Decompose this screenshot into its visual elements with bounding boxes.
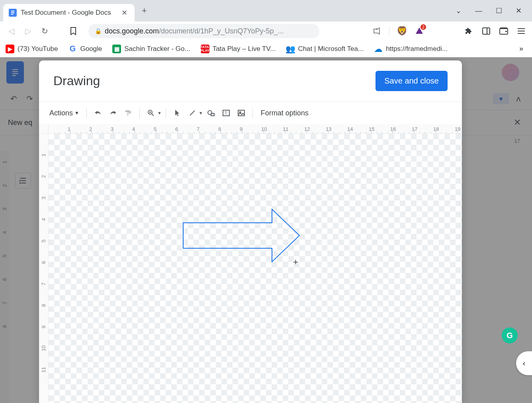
close-window-icon[interactable]: ✕ (516, 6, 522, 15)
zoom-button[interactable] (144, 106, 158, 120)
svg-rect-27 (211, 113, 214, 116)
bookmark-teams[interactable]: 👥 Chat | Microsoft Tea... (286, 45, 364, 53)
browser-tab[interactable]: Test Document - Google Docs ✕ (3, 4, 135, 21)
tab-close-icon[interactable]: ✕ (120, 7, 129, 19)
drawing-horizontal-ruler[interactable]: 12345678910111213141516171819 (49, 124, 462, 134)
forward-button[interactable]: ▷ (22, 25, 33, 37)
extensions-icon[interactable] (464, 26, 474, 36)
browser-chrome: Test Document - Google Docs ✕ + ⌄ — ☐ ✕ … (0, 0, 532, 57)
tab-bar: Test Document - Google Docs ✕ + ⌄ — ☐ ✕ (0, 0, 532, 21)
address-bar-row: ◁ ▷ ↻ 🔒 docs.google.com/document/d/1hP_y… (0, 21, 532, 41)
reload-button[interactable]: ↻ (39, 25, 50, 37)
bookmark-google[interactable]: G Google (68, 45, 102, 53)
bookmarks-overflow[interactable]: » (516, 45, 526, 53)
new-tab-button[interactable]: + (138, 2, 151, 20)
shape-tool[interactable] (204, 106, 218, 120)
format-options-button[interactable]: Format options (257, 107, 313, 120)
drawing-ruler-row: 12345678910111213141516171819 (39, 124, 462, 134)
url-text: docs.google.com/document/d/1hP_y_UsnQ7Yo… (105, 27, 284, 35)
svg-rect-0 (11, 11, 14, 12)
drawing-dialog: Drawing Save and close Actions▼ ▼ (39, 60, 462, 403)
drawing-canvas[interactable]: + (49, 134, 462, 403)
svg-rect-9 (518, 31, 525, 31)
sheets-icon: ▦ (112, 45, 121, 53)
svg-point-7 (506, 31, 507, 32)
bookmark-sheets[interactable]: ▦ Sachin Tracker - Go... (112, 45, 190, 53)
line-tool[interactable] (185, 106, 200, 120)
window-controls: ⌄ — ☐ ✕ (456, 6, 529, 15)
wallet-icon[interactable] (499, 26, 509, 36)
text-box-tool[interactable]: T (219, 106, 233, 120)
dialog-title: Drawing (53, 74, 100, 88)
brave-rewards-icon[interactable]: 2 (414, 26, 424, 36)
svg-rect-4 (483, 28, 490, 34)
svg-rect-20 (125, 110, 129, 112)
bookmark-tata[interactable]: TATAPLAY Tata Play – Live TV... (201, 45, 276, 53)
dialog-header: Drawing Save and close (39, 60, 462, 102)
image-tool[interactable] (234, 106, 248, 120)
save-and-close-button[interactable]: Save and close (376, 71, 448, 91)
tata-icon: TATAPLAY (201, 45, 209, 53)
google-icon: G (68, 45, 77, 53)
maximize-icon[interactable]: ☐ (496, 6, 502, 15)
svg-line-22 (152, 114, 154, 116)
drawing-vertical-ruler[interactable]: 1234567891011 (39, 134, 49, 403)
youtube-icon: ▶ (6, 45, 14, 53)
paint-format-button[interactable] (121, 106, 135, 120)
bookmark-icon[interactable] (68, 25, 79, 37)
minimize-icon[interactable]: — (475, 7, 482, 15)
undo-button[interactable] (91, 106, 105, 120)
bookmarks-bar: ▶ (73) YouTube G Google ▦ Sachin Tracker… (0, 41, 532, 57)
actions-menu[interactable]: Actions▼ (46, 107, 82, 120)
arrow-shape[interactable] (182, 208, 302, 263)
onedrive-icon: ☁ (374, 45, 383, 53)
zoom-dropdown-icon[interactable]: ▼ (157, 111, 162, 115)
redo-button[interactable] (106, 106, 120, 120)
teams-icon: 👥 (286, 45, 295, 53)
back-button[interactable]: ◁ (6, 25, 17, 37)
lock-icon: 🔒 (95, 28, 102, 34)
line-dropdown-icon[interactable]: ▼ (199, 111, 203, 115)
sidepanel-icon[interactable] (481, 26, 491, 36)
svg-rect-1 (11, 12, 14, 13)
drawing-toolbar: Actions▼ ▼ ▼ (39, 102, 462, 124)
menu-icon[interactable] (516, 26, 526, 36)
address-bar[interactable]: 🔒 docs.google.com/document/d/1hP_y_UsnQ7… (88, 24, 319, 38)
tab-search-icon[interactable]: ⌄ (456, 6, 462, 15)
bookmark-framed[interactable]: ☁ https://framedmedi... (374, 45, 448, 53)
brave-shield-icon[interactable]: 🦁 (397, 26, 407, 36)
svg-line-25 (190, 111, 195, 115)
share-icon[interactable] (372, 26, 382, 36)
svg-text:T: T (225, 111, 227, 115)
tab-title: Test Document - Google Docs (21, 9, 120, 17)
docs-favicon (9, 9, 17, 17)
crosshair-cursor-icon: + (293, 257, 298, 267)
svg-rect-8 (518, 28, 525, 29)
bookmark-youtube[interactable]: ▶ (73) YouTube (6, 45, 58, 53)
grammarly-button[interactable]: G (502, 327, 518, 343)
badge-count: 2 (421, 24, 426, 30)
select-tool[interactable] (170, 106, 184, 120)
svg-rect-10 (518, 33, 525, 34)
svg-rect-30 (238, 110, 244, 116)
svg-rect-2 (11, 14, 13, 15)
